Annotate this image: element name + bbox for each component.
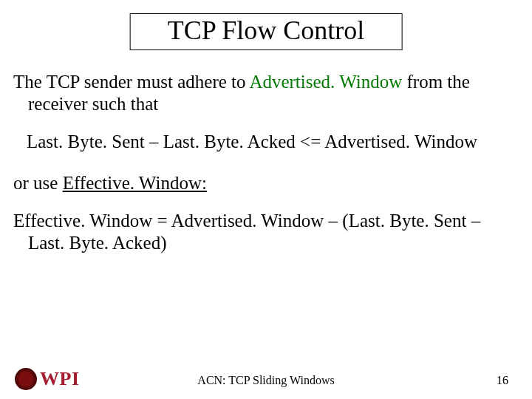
text: The TCP sender must adhere to	[13, 72, 249, 92]
paragraph-1: The TCP sender must adhere to Advertised…	[13, 71, 519, 115]
logo-seal-icon	[15, 368, 37, 390]
page-number: 16	[497, 374, 508, 387]
formula-1: Last. Byte. Sent – Last. Byte. Acked <= …	[27, 131, 519, 153]
logo-text: WPI	[40, 368, 80, 390]
slide-title: TCP Flow Control	[130, 13, 403, 50]
footer-label: ACN: TCP Sliding Windows	[197, 374, 334, 387]
slide-body: The TCP sender must adhere to Advertised…	[13, 71, 519, 270]
paragraph-2: or use Effective. Window:	[13, 172, 519, 194]
text: or use	[13, 173, 63, 193]
formula-2: Effective. Window = Advertised. Window –…	[13, 210, 519, 253]
term-effective-window: Effective. Window:	[63, 173, 207, 193]
slide: TCP Flow Control The TCP sender must adh…	[0, 0, 532, 399]
term-advertised-window: Advertised. Window	[249, 72, 402, 92]
logo: WPI	[15, 368, 80, 390]
footer: WPI ACN: TCP Sliding Windows 16	[0, 359, 532, 389]
